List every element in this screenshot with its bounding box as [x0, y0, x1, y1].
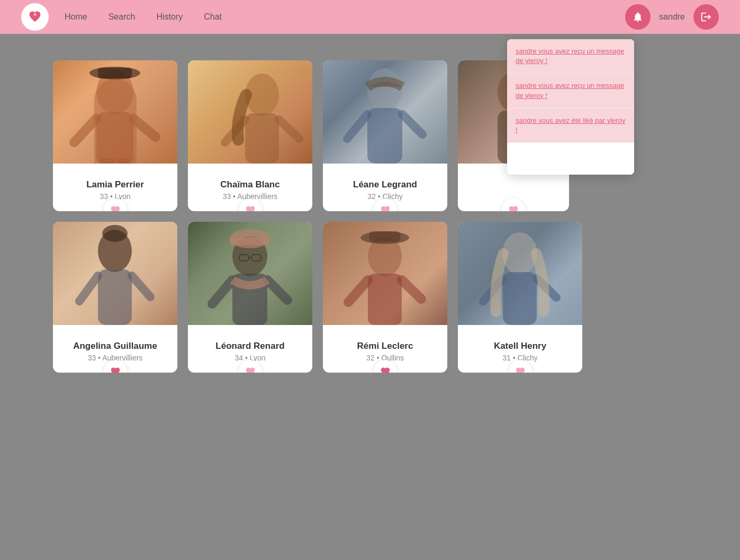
svg-line-2 — [74, 119, 96, 142]
notif-item-4 — [507, 143, 634, 175]
logout-icon — [700, 11, 712, 23]
svg-line-34 — [348, 280, 368, 302]
svg-line-11 — [279, 120, 299, 139]
svg-rect-5 — [116, 158, 131, 164]
person-figure-5 — [53, 222, 177, 325]
card-image-katell — [458, 222, 582, 325]
person-figure-1 — [53, 60, 177, 164]
card-image-angelina — [53, 222, 177, 325]
profile-card-lamia: Lamia Perrier 33 • Lyon — [53, 60, 177, 211]
svg-point-22 — [102, 225, 128, 242]
card-name-lamia: Lamia Perrier — [61, 179, 169, 190]
card-name-leane: Léane Legrand — [331, 179, 439, 190]
svg-line-26 — [267, 280, 287, 300]
heart-icon-partial-1 — [508, 205, 519, 211]
svg-rect-33 — [368, 274, 402, 325]
heart-icon-katell — [515, 366, 526, 373]
nav-history[interactable]: History — [156, 12, 183, 22]
profile-card-remi: Rémi Leclerc 32 • Oullins — [323, 222, 447, 373]
heart-icon-leane — [380, 205, 391, 211]
card-name-chaima: Chaïma Blanc — [196, 179, 304, 190]
notif-item-3[interactable]: sandre vous avez été liké par yleroy ! — [507, 109, 634, 143]
card-image-remi — [323, 222, 447, 325]
person-figure-7 — [323, 222, 447, 325]
card-name-leonard: Léonard Renard — [196, 341, 304, 351]
nav-right: sandre — [625, 4, 719, 30]
nav-home[interactable]: Home — [65, 12, 87, 22]
notif-item-1[interactable]: sandre vous avez reçu un message de yler… — [507, 39, 634, 74]
card-image-leane — [323, 60, 447, 164]
notification-dropdown: sandre vous avez reçu un message de yler… — [507, 39, 634, 175]
profile-card-angelina: Angelina Guillaume 33 • Aubervilliers — [53, 222, 177, 373]
heart-icon-angelina — [110, 366, 121, 373]
svg-rect-13 — [367, 108, 402, 164]
notif-link-2[interactable]: sandre vous avez reçu un message de yler… — [516, 81, 626, 100]
main-content: sandre vous avez reçu un message de yler… — [0, 34, 740, 560]
person-figure-2 — [188, 60, 312, 164]
card-image-lamia — [53, 60, 177, 164]
svg-line-21 — [132, 276, 150, 297]
svg-rect-39 — [503, 272, 537, 325]
heart-icon-leonard — [245, 366, 256, 373]
card-image-chaima — [188, 60, 312, 164]
heart-icon-lamia — [110, 205, 121, 211]
notif-link-1[interactable]: sandre vous avez reçu un message de yler… — [516, 47, 626, 66]
logo[interactable] — [21, 3, 49, 31]
person-figure-6 — [188, 222, 312, 325]
svg-point-12 — [367, 68, 402, 111]
svg-line-14 — [347, 114, 367, 139]
profile-card-chaima: Chaïma Blanc 33 • Aubervilliers — [188, 60, 312, 211]
svg-rect-1 — [96, 112, 133, 164]
notification-button[interactable] — [625, 4, 651, 30]
svg-line-3 — [133, 119, 156, 137]
svg-line-15 — [402, 114, 422, 134]
svg-rect-7 — [98, 68, 132, 78]
notif-link-3[interactable]: sandre vous avez été liké par yleroy ! — [516, 116, 626, 135]
person-figure-8 — [458, 222, 582, 325]
nav-chat[interactable]: Chat — [204, 12, 222, 22]
navbar: Home Search History Chat sandre — [0, 0, 740, 34]
card-name-partial-1 — [466, 179, 561, 190]
svg-line-35 — [402, 280, 421, 299]
svg-rect-9 — [245, 113, 279, 164]
profile-card-katell: Katell Henry 31 • Clichy — [458, 222, 582, 373]
card-name-katell: Katell Henry — [466, 341, 574, 351]
svg-line-20 — [79, 276, 98, 301]
svg-line-25 — [212, 280, 232, 304]
bell-icon — [632, 11, 644, 23]
card-name-angelina: Angelina Guillaume — [61, 341, 169, 351]
notif-item-2[interactable]: sandre vous avez reçu un message de yler… — [507, 74, 634, 108]
cards-row-2: Angelina Guillaume 33 • Aubervilliers — [53, 222, 687, 373]
svg-rect-4 — [100, 158, 114, 164]
card-image-leonard — [188, 222, 312, 325]
svg-rect-19 — [98, 269, 132, 325]
heart-icon-chaima — [245, 205, 256, 211]
nav-links: Home Search History Chat — [65, 12, 625, 22]
nav-search[interactable]: Search — [109, 12, 136, 22]
profile-card-leonard: Léonard Renard 34 • Lyon — [188, 222, 312, 373]
svg-rect-28 — [230, 238, 270, 245]
profile-card-leane: Léane Legrand 32 • Clichy — [323, 60, 447, 211]
person-figure-3 — [323, 60, 447, 164]
username-label: sandre — [659, 12, 685, 22]
svg-rect-37 — [369, 231, 401, 242]
logout-button[interactable] — [693, 4, 719, 30]
heart-icon-remi — [380, 366, 391, 373]
card-name-remi: Rémi Leclerc — [331, 341, 439, 351]
